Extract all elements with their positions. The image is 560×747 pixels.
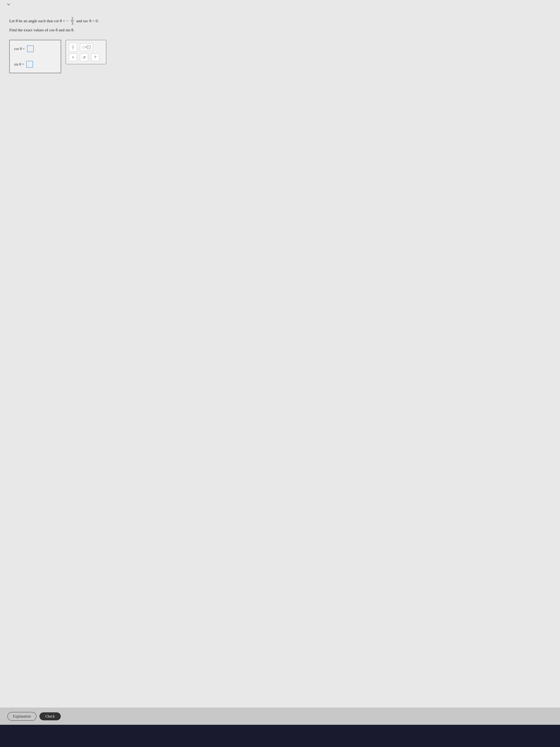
bottom-dark-area [0, 725, 560, 747]
line1-suffix: and sec θ < 0. [76, 18, 99, 24]
undo-key[interactable]: ↺ [80, 54, 88, 61]
fraction-key-icon: □ □ [72, 45, 74, 50]
fraction-denominator: 3 [71, 21, 74, 26]
bottom-bar: Explanation Check [0, 708, 560, 725]
problem-line1: Let θ be an angle such that cot θ = − 2 … [9, 16, 551, 26]
undo-icon: ↺ [83, 55, 86, 60]
keyboard-row-2: × ↺ ? [69, 54, 103, 61]
fraction-display: 2 3 [71, 16, 74, 26]
cos-row: cos θ = [14, 45, 55, 52]
sqrt-key-icon: □ √ □ [82, 45, 90, 49]
answer-area: cos θ = sin θ = □ □ [9, 40, 551, 73]
help-key[interactable]: ? [91, 54, 99, 61]
top-bar [0, 0, 560, 9]
sin-label: sin θ = [14, 62, 24, 67]
problem-line2: Find the exact values of cos θ and sin θ… [9, 27, 551, 33]
problem-statement: Let θ be an angle such that cot θ = − 2 … [9, 16, 551, 33]
chevron-down-icon[interactable] [5, 1, 11, 7]
answer-input-panel: cos θ = sin θ = [9, 40, 61, 73]
x-icon: × [72, 55, 74, 59]
cos-label: cos θ = [14, 47, 25, 51]
help-icon: ? [94, 55, 96, 59]
fraction-numerator: 2 [71, 16, 74, 21]
cos-input[interactable] [27, 45, 34, 52]
explanation-button[interactable]: Explanation [7, 712, 36, 721]
keyboard-row-1: □ □ □ √ □ [69, 43, 103, 52]
sin-input[interactable] [26, 61, 33, 68]
clear-key[interactable]: × [69, 54, 77, 61]
main-content: Let θ be an angle such that cot θ = − 2 … [0, 9, 560, 708]
sqrt-key[interactable]: □ √ □ [80, 44, 93, 51]
fraction-key[interactable]: □ □ [69, 43, 77, 52]
check-button[interactable]: Check [39, 712, 61, 720]
keyboard-panel: □ □ □ √ □ × [65, 40, 106, 64]
sin-row: sin θ = [14, 61, 55, 68]
line1-prefix: Let θ be an angle such that cot θ = − [9, 18, 69, 24]
